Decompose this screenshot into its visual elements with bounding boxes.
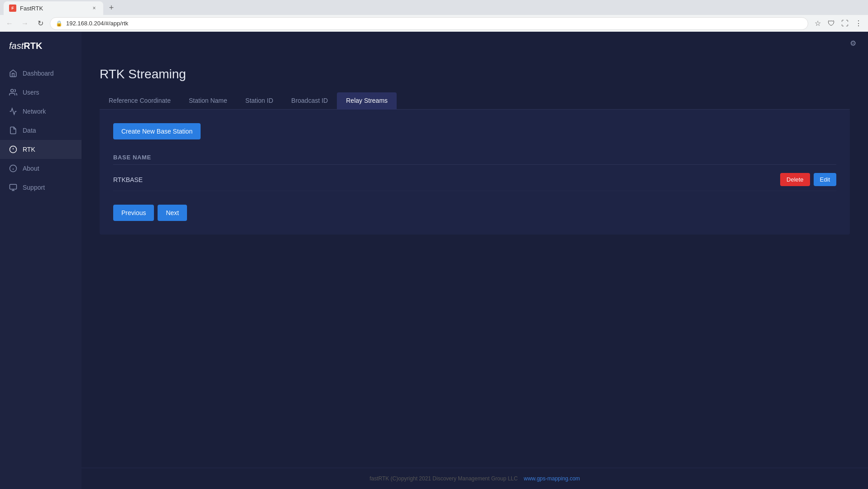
support-icon	[9, 183, 17, 192]
sidebar-nav: Dashboard Users	[0, 60, 82, 489]
sidebar-label-rtk: RTK	[23, 146, 35, 153]
tab-station-id[interactable]: Station ID	[236, 92, 282, 110]
tab-broadcast-id[interactable]: Broadcast ID	[282, 92, 337, 110]
main-area: ⚙ RTK Streaming Reference Coordinate Sta…	[82, 32, 868, 489]
sidebar-label-users: Users	[23, 89, 39, 96]
tabs: Reference Coordinate Station Name Statio…	[100, 92, 850, 110]
tab-relay-streams[interactable]: Relay Streams	[337, 92, 397, 110]
main-content: RTK Streaming Reference Coordinate Stati…	[82, 49, 868, 468]
tab-reference-coordinate[interactable]: Reference Coordinate	[100, 92, 180, 110]
logo-rtk: RTK	[24, 41, 42, 51]
table-row-actions: Delete Edit	[780, 173, 836, 186]
sidebar-logo: fastRTK	[0, 32, 82, 60]
bookmark-button[interactable]: ☆	[812, 18, 824, 29]
sidebar-item-users[interactable]: Users	[0, 83, 82, 102]
table-header: BASE NAME	[113, 150, 836, 165]
data-icon	[9, 126, 17, 134]
rtk-icon	[9, 145, 17, 153]
extensions-button[interactable]: ⛶	[839, 18, 851, 29]
footer-link[interactable]: www.gps-mapping.com	[524, 475, 580, 482]
browser-tab[interactable]: F FastRTK ×	[4, 1, 103, 15]
app-footer: fastRTK (C)opyright 2021 Discovery Manag…	[82, 468, 868, 489]
sidebar-label-dashboard: Dashboard	[23, 70, 54, 77]
tab-favicon: F	[9, 5, 16, 12]
browser-chrome: F FastRTK × + ← → ↻ 🔒 192.168.0.204/#/ap…	[0, 0, 868, 32]
content-panel: Create New Base Station BASE NAME RTKBAS…	[100, 110, 850, 235]
settings-icon[interactable]: ⚙	[847, 37, 859, 49]
tab-station-name[interactable]: Station Name	[180, 92, 236, 110]
toolbar-right: ☆ 🛡 ⛶ ⋮	[812, 18, 864, 29]
browser-tab-bar: F FastRTK × +	[0, 0, 868, 15]
sidebar-item-support[interactable]: Support	[0, 178, 82, 197]
url-text: 192.168.0.204/#/app/rtk	[66, 20, 128, 27]
cell-base-name: RTKBASE	[113, 176, 780, 183]
users-icon	[9, 88, 17, 96]
security-icon: 🔒	[56, 20, 62, 27]
about-icon	[9, 164, 17, 173]
tab-close-button[interactable]: ×	[91, 5, 98, 12]
sidebar-item-data[interactable]: Data	[0, 121, 82, 140]
sidebar-item-about[interactable]: About	[0, 159, 82, 178]
sidebar: fastRTK Dashboard	[0, 32, 82, 489]
sidebar-label-network: Network	[23, 108, 46, 115]
app: fastRTK Dashboard	[0, 32, 868, 489]
column-base-name: BASE NAME	[113, 154, 836, 161]
svg-point-0	[11, 89, 14, 92]
svg-rect-7	[10, 184, 17, 189]
sidebar-item-network[interactable]: Network	[0, 102, 82, 121]
sidebar-item-dashboard[interactable]: Dashboard	[0, 64, 82, 83]
logo-fast: fast	[9, 41, 24, 51]
reload-button[interactable]: ↻	[34, 18, 46, 29]
sidebar-label-about: About	[23, 165, 39, 172]
delete-button[interactable]: Delete	[780, 173, 810, 186]
sidebar-label-data: Data	[23, 127, 36, 134]
table-row: RTKBASE Delete Edit	[113, 168, 836, 191]
new-tab-button[interactable]: +	[105, 1, 118, 14]
sidebar-label-support: Support	[23, 184, 45, 191]
next-button[interactable]: Next	[158, 205, 187, 221]
network-icon	[9, 107, 17, 115]
top-bar: ⚙	[82, 32, 868, 49]
footer-copyright: fastRTK (C)opyright 2021 Discovery Manag…	[369, 475, 518, 482]
shield-icon[interactable]: 🛡	[825, 18, 837, 29]
previous-button[interactable]: Previous	[113, 205, 154, 221]
home-icon	[9, 69, 17, 77]
browser-toolbar: ← → ↻ 🔒 192.168.0.204/#/app/rtk ☆ 🛡 ⛶ ⋮	[0, 15, 868, 32]
tab-title: FastRTK	[20, 5, 43, 12]
menu-button[interactable]: ⋮	[853, 18, 864, 29]
back-button[interactable]: ←	[4, 18, 15, 29]
create-base-station-button[interactable]: Create New Base Station	[113, 123, 201, 139]
pagination: Previous Next	[113, 205, 836, 221]
page-title: RTK Streaming	[100, 67, 850, 82]
edit-button[interactable]: Edit	[814, 173, 836, 186]
address-bar[interactable]: 🔒 192.168.0.204/#/app/rtk	[50, 17, 808, 30]
forward-button[interactable]: →	[19, 18, 31, 29]
sidebar-item-rtk[interactable]: RTK	[0, 140, 82, 159]
